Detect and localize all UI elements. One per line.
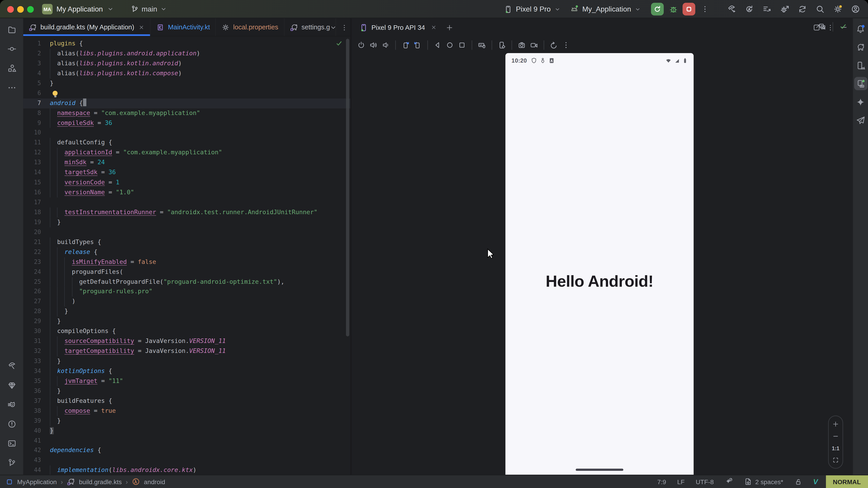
screenshot-camera-icon[interactable] <box>518 41 526 49</box>
code-line-1[interactable]: 1plugins { <box>23 39 350 48</box>
volume-down-icon[interactable] <box>381 41 390 49</box>
gradle-button[interactable] <box>854 40 867 54</box>
code-line-40[interactable]: 40} <box>23 426 350 436</box>
stop-button[interactable] <box>683 3 695 15</box>
settings-gear-button[interactable] <box>830 2 845 17</box>
overview-icon[interactable] <box>458 41 466 49</box>
emulator-more-kebab-icon[interactable] <box>562 41 570 49</box>
code-line-35[interactable]: 35 jvmTarget = "11" <box>23 376 350 386</box>
zoom-window-button[interactable] <box>27 6 34 12</box>
editor-scrollbar[interactable] <box>346 39 349 336</box>
breadcrumb-element[interactable]: android <box>144 478 165 485</box>
branch-selector[interactable]: main <box>131 5 167 13</box>
code-line-8[interactable]: 8 namespace = "com.example.myapplication… <box>23 108 350 118</box>
file-lock-status[interactable] <box>789 475 807 488</box>
emulator-inspections-ok-icon[interactable] <box>839 23 847 30</box>
gradle-sync-button[interactable] <box>795 2 809 17</box>
code-line-10[interactable]: 10 <box>23 128 350 138</box>
screen-record-icon[interactable] <box>530 41 538 49</box>
apply-changes-restart-button[interactable] <box>742 2 756 17</box>
code-line-34[interactable]: 34 kotlinOptions { <box>23 366 350 376</box>
terminal-button[interactable] <box>5 436 18 450</box>
commit-button[interactable] <box>5 42 18 55</box>
hardware-input-icon[interactable] <box>477 41 486 49</box>
close-window-button[interactable] <box>7 6 14 12</box>
run-more-menu[interactable] <box>698 2 712 17</box>
code-line-36[interactable]: 36 } <box>23 386 350 396</box>
project-selector[interactable]: MA My Application <box>42 4 114 14</box>
code-line-43[interactable]: 43 <box>23 455 350 465</box>
quickfix-bulb-icon[interactable] <box>53 91 58 96</box>
code-editor[interactable]: 1plugins {2 alias(libs.plugins.android.a… <box>23 37 350 475</box>
code-line-42[interactable]: 42dependencies { <box>23 446 350 456</box>
zoom-to-fit-icon[interactable] <box>832 456 839 464</box>
attach-debugger-button[interactable] <box>777 2 792 17</box>
code-line-39[interactable]: 39 } <box>23 416 350 426</box>
gemini-button[interactable] <box>854 95 867 108</box>
apply-code-changes-button[interactable] <box>760 2 774 17</box>
inspections-ok-icon[interactable] <box>336 40 343 47</box>
device-screen[interactable]: 10:20 Hello Android! <box>505 53 694 475</box>
zoom-out-icon[interactable] <box>832 433 839 440</box>
close-tab-icon[interactable] <box>138 24 145 30</box>
gesture-navigation-pill[interactable] <box>576 468 623 471</box>
zoom-1to1-button[interactable]: 1:1 <box>832 445 839 451</box>
code-line-31[interactable]: 31 sourceCompatibility = JavaVersion.VER… <box>23 336 350 346</box>
editor-tab-4[interactable]: settings.g <box>284 18 336 36</box>
code-line-38[interactable]: 38 compose = true <box>23 406 350 416</box>
build-tool-button[interactable] <box>5 359 18 372</box>
project-folder-button[interactable] <box>5 23 18 36</box>
code-line-7[interactable]: 7android { <box>23 98 350 108</box>
reset-icon[interactable] <box>550 41 558 49</box>
rerun-button[interactable] <box>651 3 664 15</box>
code-line-37[interactable]: 37 buildFeatures { <box>23 396 350 406</box>
power-icon[interactable] <box>357 41 366 49</box>
tab-list-chevron-icon[interactable] <box>329 24 337 31</box>
code-line-19[interactable]: 19 } <box>23 217 350 227</box>
back-icon[interactable] <box>434 41 442 49</box>
code-line-22[interactable]: 22 release { <box>23 247 350 257</box>
app-quality-insights-button[interactable] <box>5 379 18 392</box>
code-line-18[interactable]: 18 testInstrumentationRunner = "androidx… <box>23 207 350 217</box>
caret-position[interactable]: 7:9 <box>652 475 672 488</box>
file-encoding[interactable]: UTF-8 <box>690 475 719 488</box>
structure-shapes-button[interactable] <box>5 61 18 75</box>
logcat-cat-button[interactable] <box>5 398 18 411</box>
code-line-15[interactable]: 15 versionCode = 1 <box>23 177 350 188</box>
ai-assistant-status[interactable] <box>719 475 739 488</box>
volume-up-icon[interactable] <box>369 41 377 49</box>
close-icon[interactable] <box>431 24 437 31</box>
code-line-41[interactable]: 41 <box>23 436 350 446</box>
code-line-5[interactable]: 5} <box>23 78 350 88</box>
running-devices-button[interactable] <box>854 77 867 90</box>
profile-button[interactable] <box>848 2 863 17</box>
device-manager-button[interactable] <box>854 59 867 72</box>
tab-options-kebab-icon[interactable] <box>340 24 348 31</box>
code-line-3[interactable]: 3 alias(libs.plugins.kotlin.android) <box>23 59 350 68</box>
zoom-in-icon[interactable] <box>832 420 839 428</box>
build-hammer-button[interactable] <box>724 2 739 17</box>
code-line-44[interactable]: 44 implementation(libs.androidx.core.ktx… <box>23 465 350 475</box>
emulator-device-tab[interactable]: Pixel 9 Pro API 34 <box>356 23 440 32</box>
editor-tab-3[interactable]: local.properties <box>216 18 284 36</box>
code-line-30[interactable]: 30 compileOptions { <box>23 326 350 336</box>
code-line-17[interactable]: 17 <box>23 197 350 207</box>
code-line-25[interactable]: 25 getDefaultProguardFile("proguard-andr… <box>23 277 350 287</box>
code-line-6[interactable]: 6 <box>23 88 350 98</box>
code-line-33[interactable]: 33 } <box>23 356 350 366</box>
code-line-13[interactable]: 13 minSdk = 24 <box>23 158 350 168</box>
run-configuration-selector[interactable]: My_Application <box>566 3 645 15</box>
airplane-button[interactable] <box>854 113 867 127</box>
editor-tab-1[interactable]: build.gradle.kts (My Application) <box>23 18 151 36</box>
ideavim-toggle[interactable]: V <box>808 475 824 488</box>
add-device-tab-icon[interactable] <box>445 24 453 31</box>
code-line-23[interactable]: 23 isMinifyEnabled = false <box>23 257 350 267</box>
code-line-21[interactable]: 21 buildTypes { <box>23 237 350 247</box>
code-line-9[interactable]: 9 compileSdk = 36 <box>23 118 350 128</box>
code-line-28[interactable]: 28 } <box>23 307 350 317</box>
breadcrumb-file[interactable]: build.gradle.kts <box>79 478 122 485</box>
editor-tab-2[interactable]: MainActivity.kt <box>151 18 216 36</box>
line-separator[interactable]: LF <box>672 475 690 488</box>
problems-button[interactable] <box>5 417 18 431</box>
code-line-29[interactable]: 29 } <box>23 317 350 326</box>
